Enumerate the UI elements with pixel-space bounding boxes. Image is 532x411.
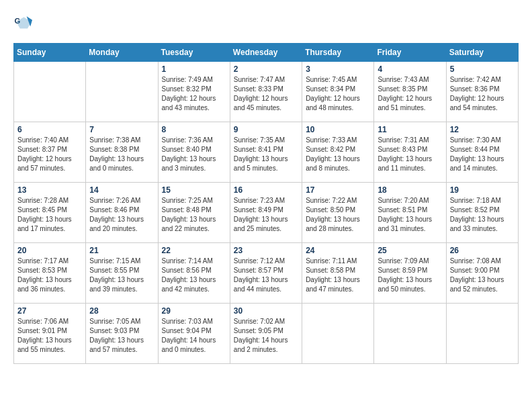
day-info: Sunrise: 7:43 AMSunset: 8:35 PMDaylight:…	[378, 75, 442, 113]
day-info: Sunrise: 7:11 AMSunset: 8:58 PMDaylight:…	[306, 257, 370, 294]
calendar-cell: 13Sunrise: 7:28 AMSunset: 8:45 PMDayligh…	[14, 183, 86, 243]
day-info: Sunrise: 7:03 AMSunset: 9:04 PMDaylight:…	[162, 317, 226, 355]
calendar-cell: 30Sunrise: 7:02 AMSunset: 9:05 PMDayligh…	[230, 304, 302, 364]
weekday-sunday: Sunday	[14, 44, 86, 62]
calendar-cell	[374, 304, 446, 364]
day-number: 26	[450, 246, 515, 255]
logo: G	[13, 13, 35, 32]
day-number: 17	[306, 185, 370, 195]
day-number: 22	[162, 246, 226, 255]
calendar-cell: 23Sunrise: 7:12 AMSunset: 8:57 PMDayligh…	[230, 243, 302, 304]
calendar-cell	[302, 304, 374, 364]
calendar-header: SundayMondayTuesdayWednesdayThursdayFrid…	[14, 44, 519, 62]
day-info: Sunrise: 7:08 AMSunset: 9:00 PMDaylight:…	[450, 257, 515, 294]
day-info: Sunrise: 7:47 AMSunset: 8:33 PMDaylight:…	[234, 75, 298, 113]
day-info: Sunrise: 7:40 AMSunset: 8:37 PMDaylight:…	[17, 136, 82, 173]
calendar-cell: 17Sunrise: 7:22 AMSunset: 8:50 PMDayligh…	[302, 183, 374, 243]
day-info: Sunrise: 7:42 AMSunset: 8:36 PMDaylight:…	[450, 75, 515, 113]
calendar-cell: 29Sunrise: 7:03 AMSunset: 9:04 PMDayligh…	[158, 304, 230, 364]
day-number: 25	[378, 246, 442, 255]
day-info: Sunrise: 7:38 AMSunset: 8:38 PMDaylight:…	[89, 136, 154, 173]
weekday-wednesday: Wednesday	[230, 44, 302, 62]
calendar-week-4: 20Sunrise: 7:17 AMSunset: 8:53 PMDayligh…	[14, 243, 519, 304]
calendar-cell: 15Sunrise: 7:25 AMSunset: 8:48 PMDayligh…	[158, 183, 230, 243]
day-number: 18	[378, 185, 442, 195]
day-info: Sunrise: 7:30 AMSunset: 8:44 PMDaylight:…	[450, 136, 515, 173]
day-info: Sunrise: 7:17 AMSunset: 8:53 PMDaylight:…	[17, 257, 82, 294]
day-number: 28	[89, 306, 154, 316]
day-info: Sunrise: 7:28 AMSunset: 8:45 PMDaylight:…	[17, 196, 82, 234]
weekday-thursday: Thursday	[302, 44, 374, 62]
day-info: Sunrise: 7:45 AMSunset: 8:34 PMDaylight:…	[306, 75, 370, 113]
calendar-cell: 9Sunrise: 7:35 AMSunset: 8:41 PMDaylight…	[230, 122, 302, 183]
calendar-cell: 25Sunrise: 7:09 AMSunset: 8:59 PMDayligh…	[374, 243, 446, 304]
day-number: 1	[162, 64, 226, 74]
day-number: 5	[450, 64, 515, 74]
day-number: 19	[450, 185, 515, 195]
calendar-cell: 22Sunrise: 7:14 AMSunset: 8:56 PMDayligh…	[158, 243, 230, 304]
day-info: Sunrise: 7:22 AMSunset: 8:50 PMDaylight:…	[306, 196, 370, 234]
day-info: Sunrise: 7:20 AMSunset: 8:51 PMDaylight:…	[378, 196, 442, 234]
day-number: 30	[234, 306, 298, 316]
day-number: 27	[17, 306, 82, 316]
logo-icon: G	[13, 13, 32, 32]
day-number: 21	[89, 246, 154, 255]
calendar-week-2: 6Sunrise: 7:40 AMSunset: 8:37 PMDaylight…	[14, 122, 519, 183]
calendar-week-5: 27Sunrise: 7:06 AMSunset: 9:01 PMDayligh…	[14, 304, 519, 364]
day-number: 29	[162, 306, 226, 316]
calendar-cell: 20Sunrise: 7:17 AMSunset: 8:53 PMDayligh…	[14, 243, 86, 304]
day-info: Sunrise: 7:26 AMSunset: 8:46 PMDaylight:…	[89, 196, 154, 234]
day-number: 14	[89, 185, 154, 195]
day-number: 7	[89, 125, 154, 134]
day-info: Sunrise: 7:33 AMSunset: 8:42 PMDaylight:…	[306, 136, 370, 173]
calendar-cell: 19Sunrise: 7:18 AMSunset: 8:52 PMDayligh…	[446, 183, 518, 243]
day-info: Sunrise: 7:06 AMSunset: 9:01 PMDaylight:…	[17, 317, 82, 355]
day-number: 10	[306, 125, 370, 134]
calendar-cell: 8Sunrise: 7:36 AMSunset: 8:40 PMDaylight…	[158, 122, 230, 183]
day-info: Sunrise: 7:15 AMSunset: 8:55 PMDaylight:…	[89, 257, 154, 294]
weekday-saturday: Saturday	[446, 44, 518, 62]
day-number: 2	[234, 64, 298, 74]
day-number: 20	[17, 246, 82, 255]
calendar-week-3: 13Sunrise: 7:28 AMSunset: 8:45 PMDayligh…	[14, 183, 519, 243]
day-info: Sunrise: 7:25 AMSunset: 8:48 PMDaylight:…	[162, 196, 226, 234]
calendar-cell: 5Sunrise: 7:42 AMSunset: 8:36 PMDaylight…	[446, 62, 518, 122]
page-header: G	[13, 13, 519, 32]
calendar-cell: 3Sunrise: 7:45 AMSunset: 8:34 PMDaylight…	[302, 62, 374, 122]
day-number: 11	[378, 125, 442, 134]
day-number: 15	[162, 185, 226, 195]
day-info: Sunrise: 7:09 AMSunset: 8:59 PMDaylight:…	[378, 257, 442, 294]
day-info: Sunrise: 7:14 AMSunset: 8:56 PMDaylight:…	[162, 257, 226, 294]
day-info: Sunrise: 7:23 AMSunset: 8:49 PMDaylight:…	[234, 196, 298, 234]
calendar: SundayMondayTuesdayWednesdayThursdayFrid…	[13, 43, 519, 364]
day-info: Sunrise: 7:02 AMSunset: 9:05 PMDaylight:…	[234, 317, 298, 355]
day-info: Sunrise: 7:18 AMSunset: 8:52 PMDaylight:…	[450, 196, 515, 234]
calendar-cell: 18Sunrise: 7:20 AMSunset: 8:51 PMDayligh…	[374, 183, 446, 243]
calendar-cell: 24Sunrise: 7:11 AMSunset: 8:58 PMDayligh…	[302, 243, 374, 304]
calendar-cell: 26Sunrise: 7:08 AMSunset: 9:00 PMDayligh…	[446, 243, 518, 304]
day-number: 6	[17, 125, 82, 134]
weekday-monday: Monday	[86, 44, 158, 62]
day-number: 23	[234, 246, 298, 255]
calendar-cell	[14, 62, 86, 122]
day-number: 8	[162, 125, 226, 134]
calendar-cell: 21Sunrise: 7:15 AMSunset: 8:55 PMDayligh…	[86, 243, 158, 304]
calendar-cell: 16Sunrise: 7:23 AMSunset: 8:49 PMDayligh…	[230, 183, 302, 243]
calendar-cell: 11Sunrise: 7:31 AMSunset: 8:43 PMDayligh…	[374, 122, 446, 183]
day-info: Sunrise: 7:05 AMSunset: 9:03 PMDaylight:…	[89, 317, 154, 355]
day-number: 16	[234, 185, 298, 195]
calendar-cell: 10Sunrise: 7:33 AMSunset: 8:42 PMDayligh…	[302, 122, 374, 183]
day-number: 12	[450, 125, 515, 134]
calendar-cell: 4Sunrise: 7:43 AMSunset: 8:35 PMDaylight…	[374, 62, 446, 122]
day-number: 9	[234, 125, 298, 134]
day-info: Sunrise: 7:12 AMSunset: 8:57 PMDaylight:…	[234, 257, 298, 294]
calendar-cell: 2Sunrise: 7:47 AMSunset: 8:33 PMDaylight…	[230, 62, 302, 122]
calendar-cell	[446, 304, 518, 364]
weekday-tuesday: Tuesday	[158, 44, 230, 62]
day-info: Sunrise: 7:31 AMSunset: 8:43 PMDaylight:…	[378, 136, 442, 173]
calendar-cell: 28Sunrise: 7:05 AMSunset: 9:03 PMDayligh…	[86, 304, 158, 364]
calendar-cell: 7Sunrise: 7:38 AMSunset: 8:38 PMDaylight…	[86, 122, 158, 183]
day-info: Sunrise: 7:49 AMSunset: 8:32 PMDaylight:…	[162, 75, 226, 113]
day-info: Sunrise: 7:35 AMSunset: 8:41 PMDaylight:…	[234, 136, 298, 173]
calendar-cell: 14Sunrise: 7:26 AMSunset: 8:46 PMDayligh…	[86, 183, 158, 243]
